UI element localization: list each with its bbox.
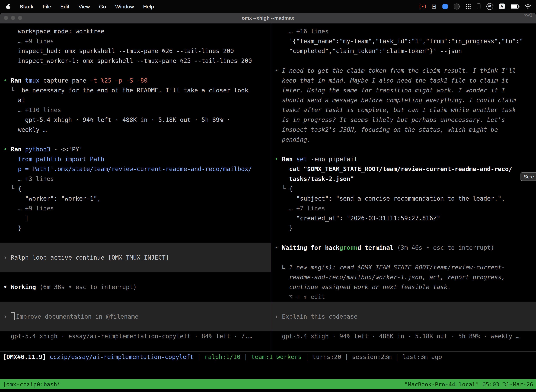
terminal-line: • I need to get the claim token from the… [271,66,536,75]
screen-recording-indicator-icon[interactable] [420,4,426,9]
terminal-window: omx --xhigh --madmax ⌥⌘1 workspace_mode:… [0,13,536,392]
text-segment: inspect task2's JSON, focusing on the st… [275,126,498,133]
text-segment: continue assigned work or next feasible … [275,284,451,290]
text-segment: (3m 46s • esc to interrupt) [393,244,494,251]
battery-percentage-icon[interactable]: 61 [486,3,493,10]
terminal-line [271,302,536,312]
menu-item-edit[interactable]: Edit [60,3,69,9]
terminal-line: gpt-5.4 xhigh · 94% left · 488K in · 5.1… [0,115,271,125]
traffic-lights [4,16,22,20]
status-segment: cczip/essay/ai-reimplementation-copyleft [50,353,194,360]
text-segment: gpt-5.4 xhigh · 94% left · 488K in · 5.1… [4,116,230,123]
terminal-line: inspect task2's JSON, focusing on the st… [271,125,536,135]
status-segment [46,353,50,360]
pane-left[interactable]: workspace_mode: worktree … +9 lines insp… [0,23,271,351]
text-segment: … +7 lines [275,205,325,212]
terminal-line [271,233,536,243]
input-source-icon[interactable]: A [499,4,505,9]
terminal-line: inspect_worker-1: omx sparkshell --tmux-… [0,56,271,66]
terminal-line [0,272,271,282]
status-segment: last:3m ago [402,353,442,360]
status-segment: ralph:1/10 [204,353,240,360]
window-title: omx --xhigh --madmax [0,15,536,21]
composer-input-line[interactable]: › Explain this codebase [271,312,536,321]
text-segment: workspace_mode: worktree [4,28,104,35]
terminal-line: should send a message before completing … [271,95,536,105]
text-segment: tasks/task-2.json" [275,175,354,182]
text-segment: should send a message before completing … [275,97,516,104]
text-segment: inspect_worker-1: omx sparkshell --tmux-… [4,57,252,64]
status-segment: turns:20 [312,353,341,360]
text-segment: inspect_hud: omx sparkshell --tmux-pane … [4,47,234,54]
terminal-line: … +7 lines [271,203,536,213]
terminal-line: ] [0,213,271,223]
terminal-line [271,321,536,331]
blue-app-icon[interactable] [442,4,448,9]
menu-item-file[interactable]: File [43,3,51,9]
text-segment: later. Using the same for transition mig… [275,87,505,94]
terminal-line: … +9 lines [0,36,271,46]
text-segment: I need to get the claim token from the c… [282,67,516,74]
text-segment: Ran [11,77,25,84]
terminal-line [0,321,271,331]
status-segment: session:23m [352,353,392,360]
terminal-line: '{"team_name":"my-team","task_id":"1","f… [271,36,536,46]
text-segment: set [296,156,307,163]
terminal-line: weekly … [0,125,271,135]
menu-item-go[interactable]: Go [99,3,106,9]
terminal-line [0,233,271,243]
dark-app-icon[interactable] [454,3,460,9]
text-segment: { [289,185,293,192]
terminal-line [271,252,536,262]
terminal-line: at [0,95,271,105]
composer-input-line[interactable]: › Improve documentation in @filename [0,312,271,321]
window-manager-grid-icon[interactable]: ⊞ [431,3,437,9]
text-segment: groun [340,244,358,251]
menu-bar-status-icons: ⊞ 61 A [420,3,536,10]
text-segment: python3 [25,146,50,153]
menu-items: SlackFileEditViewGoWindowHelp [20,3,154,9]
terminal-line: tasks/task-2.json" [271,174,536,184]
pane-bottom-border [0,351,536,352]
text-segment: -t %25 -p -S -80 [90,77,148,84]
text-segment: p = Path('.omx/state/team/review-current… [4,165,252,173]
menu-item-view[interactable]: View [78,3,90,9]
window-titlebar[interactable]: omx --xhigh --madmax ⌥⌘1 [0,13,536,23]
apple-menu-icon[interactable] [6,3,10,9]
terminal-line: … +110 lines [0,105,271,115]
terminal-line [271,144,536,154]
terminal-line: … +16 lines [271,26,536,36]
terminal-line: later. Using the same for transition mig… [271,85,536,95]
battery-nub [519,5,519,7]
text-segment: • [275,156,282,163]
text-segment: Ralph loop active continue [OMX_TMUX_INJ… [11,254,169,261]
text-segment: '{"team_name":"my-team","task_id":"1","f… [275,37,523,45]
tmux-host-and-time: "MacBook-Pro-44.local" 05:03 31-Mar-26 [404,381,533,387]
menu-item-slack[interactable]: Slack [20,3,34,9]
text-segment: { [18,185,22,192]
status-segment: | [341,353,352,360]
status-segment: | [194,353,204,360]
iphone-mirroring-icon[interactable] [477,4,480,9]
battery-icon[interactable] [511,4,519,9]
minimize-button[interactable] [11,16,15,20]
terminal-line: └ { [271,184,536,194]
omx-status-line: [OMX#0.11.9] cczip/essay/ai-reimplementa… [0,353,536,364]
text-segment: … +16 lines [275,28,329,35]
terminal-line: ⌥ + ↑ edit [271,292,536,302]
terminal-line: cat "$OMX_TEAM_STATE_ROOT/team/review-cu… [271,164,536,174]
menu-item-window[interactable]: Window [115,3,134,9]
text-segment: d terminal [358,244,393,251]
dots-grid-icon[interactable] [466,4,471,9]
close-button[interactable] [4,16,8,20]
menu-item-help[interactable]: Help [143,3,154,9]
pane-right[interactable]: … +16 lines '{"team_name":"my-team","tas… [271,23,536,351]
text-segment: Ran [282,156,296,163]
wifi-icon[interactable] [525,4,531,9]
zoom-button[interactable] [18,16,22,20]
terminal-line: inspect_hud: omx sparkshell --tmux-pane … [0,46,271,56]
status-segment: | [392,353,402,360]
record-dot [422,5,423,7]
text-segment: from pathlib import Path [4,156,104,163]
text-segment: pending. [275,136,311,143]
